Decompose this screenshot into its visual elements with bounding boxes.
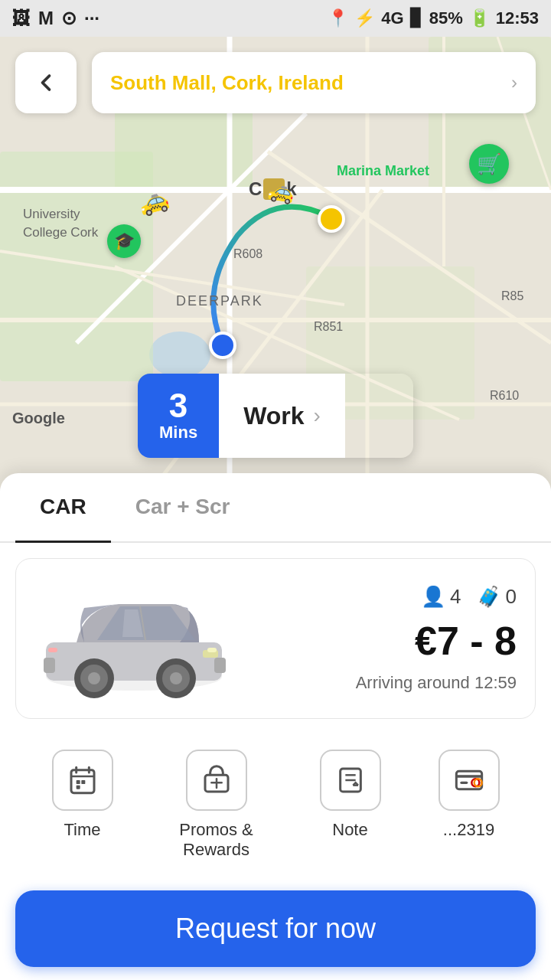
marina-market-pin: 🛒 xyxy=(469,144,509,184)
deerpark-label: DEERPARK xyxy=(176,293,263,309)
car-price: €7 - 8 xyxy=(415,618,517,664)
svg-rect-48 xyxy=(460,782,468,784)
bluetooth-icon: ⚡ xyxy=(354,8,375,28)
time-label: Time xyxy=(64,820,100,840)
image-icon: 🖼 xyxy=(12,8,31,29)
dots-icon: ··· xyxy=(84,8,99,29)
svg-rect-36 xyxy=(76,780,80,784)
r85-label: R85 xyxy=(501,289,523,303)
location-icon: 📍 xyxy=(328,8,348,28)
eta-widget[interactable]: 3 Mins Work › xyxy=(138,374,413,458)
svg-rect-38 xyxy=(76,786,80,789)
marina-market-label: Marina Market xyxy=(337,163,429,179)
promos-label: Promos & Rewards xyxy=(171,820,262,860)
destination-text: South Mall, Cork, Ireland xyxy=(110,71,502,95)
eta-unit: Mins xyxy=(159,423,197,443)
promos-action[interactable]: Promos & Rewards xyxy=(171,750,262,860)
network-icon: 4G xyxy=(381,8,403,28)
status-bar: 🖼 M ⊙ ··· 📍 ⚡ 4G ▊ 85% 🔋 12:53 xyxy=(0,0,551,37)
note-label: Note xyxy=(332,820,367,840)
car-image xyxy=(34,577,233,700)
car-card[interactable]: 👤 4 🧳 0 €7 - 8 Arriving around 12:59 xyxy=(15,558,536,719)
svg-point-26 xyxy=(170,672,182,684)
note-action[interactable]: Note xyxy=(320,750,381,860)
svg-rect-30 xyxy=(214,658,226,673)
car-arrival: Arriving around 12:59 xyxy=(356,673,517,693)
sync-icon: ⊙ xyxy=(61,8,77,29)
luggage-icon: 🧳 xyxy=(477,585,501,609)
svg-rect-22 xyxy=(207,648,217,652)
google-watermark: Google xyxy=(12,410,65,427)
passenger-count: 4 xyxy=(450,585,461,609)
payment-label: ...2319 xyxy=(443,820,494,840)
status-right-icons: 📍 ⚡ 4G ▊ 85% 🔋 12:53 xyxy=(328,8,539,28)
note-icon[interactable] xyxy=(320,750,381,811)
svg-rect-37 xyxy=(81,780,85,784)
person-icon: 👤 xyxy=(421,585,445,609)
svg-point-29 xyxy=(88,672,100,684)
eta-number: 3 xyxy=(169,389,187,423)
eta-destination-text: Work xyxy=(243,402,304,430)
status-left-icons: 🖼 M ⊙ ··· xyxy=(12,8,99,29)
eta-chevron-icon: › xyxy=(314,403,321,428)
time-action[interactable]: Time xyxy=(52,750,113,860)
r851-label: R851 xyxy=(314,320,343,334)
back-button[interactable] xyxy=(15,52,77,113)
car-details: 👤 4 🧳 0 €7 - 8 Arriving around 12:59 xyxy=(249,585,517,693)
destination-dot xyxy=(318,205,345,233)
time-display: 12:53 xyxy=(496,8,539,28)
battery-label: 85% xyxy=(429,8,463,28)
signal-icon: ▊ xyxy=(410,8,423,28)
eta-destination-box[interactable]: Work › xyxy=(219,374,345,458)
destination-bar[interactable]: South Mall, Cork, Ireland › xyxy=(92,52,536,113)
tab-car-scr[interactable]: Car + Scr xyxy=(111,473,255,543)
car-specs: 👤 4 🧳 0 xyxy=(421,585,517,609)
ucc-label: UniversityCollege Cork xyxy=(23,205,98,242)
battery-icon: 🔋 xyxy=(469,8,490,28)
svg-rect-23 xyxy=(48,648,57,652)
vehicle-tabs: CAR Car + Scr xyxy=(0,473,551,543)
payment-action[interactable]: ...2319 xyxy=(439,750,500,860)
gmail-icon: M xyxy=(38,8,54,29)
destination-chevron-icon: › xyxy=(511,72,517,93)
actions-row: Time Promos & Rewards xyxy=(0,734,551,883)
luggage-count: 0 xyxy=(506,585,517,609)
origin-dot xyxy=(209,332,236,359)
time-icon[interactable] xyxy=(52,750,113,811)
promos-icon[interactable] xyxy=(186,750,247,811)
svg-rect-31 xyxy=(44,658,55,673)
tab-car[interactable]: CAR xyxy=(15,473,111,543)
request-button[interactable]: Request for now xyxy=(15,890,536,967)
request-button-text: Request for now xyxy=(175,913,376,945)
luggage-spec: 🧳 0 xyxy=(477,585,517,609)
bottom-panel: CAR Car + Scr xyxy=(0,473,551,980)
r608-label: R608 xyxy=(233,247,262,261)
map-area: South Mall, Cork, Ireland › UniversityCo… xyxy=(0,37,551,488)
passengers-spec: 👤 4 xyxy=(421,585,461,609)
payment-icon[interactable] xyxy=(439,750,500,811)
r610-label: R610 xyxy=(490,389,519,403)
eta-minutes-box: 3 Mins xyxy=(138,374,219,458)
ucc-pin: 🎓 xyxy=(107,224,141,258)
map-car-2: 🚕 xyxy=(266,176,296,206)
